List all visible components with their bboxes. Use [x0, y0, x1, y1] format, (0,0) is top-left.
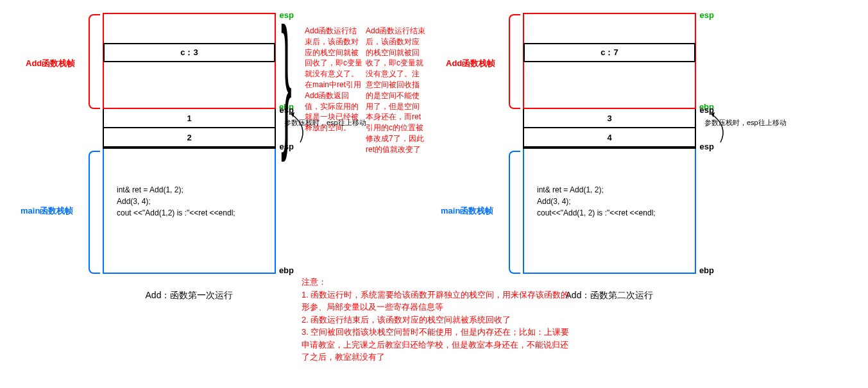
esp-top-right: esp: [700, 10, 714, 20]
stack-right: c：7 esp ebp 3 4 esp esp 参数压栈时，esp往上移动 in…: [523, 13, 696, 301]
c-cell-right: c：7: [523, 43, 695, 62]
code3-left: cout <<"Add(1,2) is :"<<ret <<endl;: [117, 207, 262, 219]
brace-main-left: [89, 151, 100, 274]
arc-arrow-right: [698, 110, 730, 149]
notes-block: 注意： 1. 函数运行时，系统需要给该函数开辟独立的栈空间，用来保存该函数的形参…: [302, 276, 571, 314]
add-frame-label-left: Add函数栈帧: [26, 58, 75, 69]
main-box-right: int& ret = Add(1, 2); Add(3, 4); cout<<"…: [523, 149, 696, 274]
brace-add-left: [89, 14, 100, 109]
brace-main-right: [509, 151, 520, 274]
add-frame-text: Add函数栈帧: [26, 58, 75, 69]
code2-right: Add(3, 4);: [537, 196, 682, 207]
param2-left: 2: [104, 128, 275, 148]
code3-right: cout<<"Add(1, 2) is :"<<ret <<endl;: [537, 207, 682, 219]
brace-right-left: }: [281, 0, 292, 165]
param2-right: 4: [524, 128, 695, 148]
main-frame-text: main函数栈帧: [21, 205, 73, 217]
param1-left: 1: [104, 109, 275, 128]
notes-title: 注意：: [302, 276, 571, 289]
note1: 1. 函数运行时，系统需要给该函数开辟独立的栈空间，用来保存该函数的形参、局部变…: [302, 289, 571, 314]
c-cell-left: c：3: [103, 43, 275, 62]
add-frame-box-left: c：3 esp ebp: [103, 13, 276, 109]
right-diagram: Add函数栈帧 main函数栈帧 c：7 esp ebp 3 4 esp esp…: [433, 13, 812, 301]
main-box-left: int& ret = Add(1, 2); Add(3, 4); cout <<…: [103, 149, 276, 274]
note2: 2. 函数运行结束后，该函数对应的栈空间就被系统回收了: [302, 314, 571, 315]
code1-left: int& ret = Add(1, 2);: [117, 184, 262, 196]
code1-right: int& ret = Add(1, 2);: [537, 184, 682, 196]
caption-left: Add：函数第一次运行: [103, 290, 276, 301]
add-frame-label-right: Add函数栈帧: [446, 58, 495, 69]
ebp-bot-right: ebp: [699, 264, 714, 277]
ebp-bot-left: ebp: [279, 264, 294, 277]
add-frame-box-right: c：7 esp ebp: [523, 13, 696, 109]
brace-add-right: [509, 14, 520, 109]
main-frame-label-left: main函数栈帧: [21, 205, 73, 217]
param-box-left: 1 2 esp esp 参数压栈时，esp往上移动: [103, 109, 276, 149]
stack-left: c：3 esp ebp 1 2 esp esp 参数压栈时，esp往上移动 in…: [103, 13, 276, 301]
code2-left: Add(3, 4);: [117, 196, 262, 207]
left-diagram: Add函数栈帧 main函数栈帧 c：3 esp ebp 1 2 esp esp…: [13, 13, 391, 301]
add-frame-text-r: Add函数栈帧: [446, 58, 495, 69]
main-frame-text-r: main函数栈帧: [441, 205, 493, 217]
main-frame-label-right: main函数栈帧: [441, 205, 493, 217]
param1-right: 3: [524, 109, 695, 128]
param-box-right: 3 4 esp esp 参数压栈时，esp往上移动: [523, 109, 696, 149]
